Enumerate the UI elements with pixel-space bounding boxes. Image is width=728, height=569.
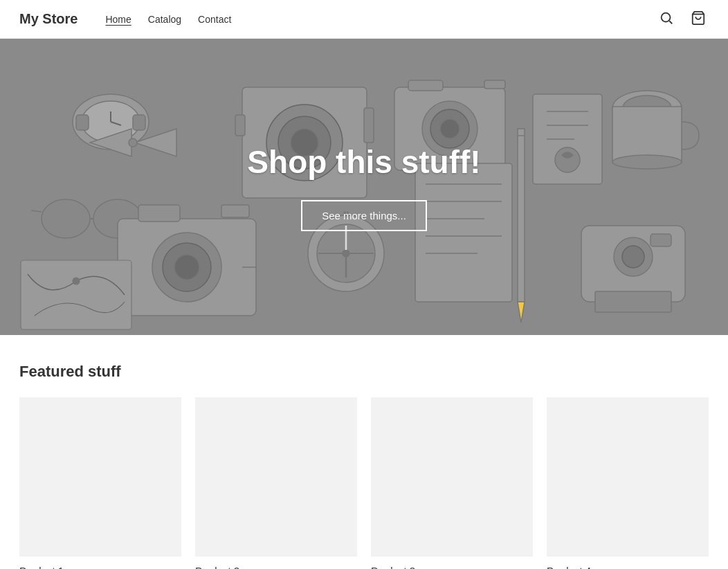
product-info-4: Product 4 Sold out $0.09 USD xyxy=(547,557,709,569)
product-image-3 xyxy=(371,397,533,557)
svg-point-47 xyxy=(343,250,349,257)
svg-rect-66 xyxy=(650,234,671,246)
search-button[interactable] xyxy=(656,8,677,30)
search-icon xyxy=(659,10,674,26)
nav-icon-group xyxy=(656,8,709,30)
svg-rect-63 xyxy=(595,291,671,312)
svg-point-30 xyxy=(612,155,682,169)
svg-rect-59 xyxy=(518,129,525,302)
svg-point-0 xyxy=(662,13,671,22)
svg-point-40 xyxy=(174,255,199,280)
product-info-2: Product 2 Sold out $2.99 USD xyxy=(195,557,357,569)
product-image-4 xyxy=(547,397,709,557)
svg-line-1 xyxy=(669,21,672,24)
product-card-4[interactable]: Product 4 Sold out $0.09 USD xyxy=(547,397,709,569)
product-info-1: Product 1 Sold out $0.99 USD xyxy=(19,557,181,569)
svg-rect-29 xyxy=(612,107,682,162)
product-image-1 xyxy=(19,397,181,557)
product-info-3: Product 3 Sold out $99.99 USD xyxy=(371,557,533,569)
svg-point-31 xyxy=(42,199,90,238)
product-card-2[interactable]: Product 2 Sold out $2.99 USD xyxy=(195,397,357,569)
hero-section: N xyxy=(0,39,728,335)
svg-point-36 xyxy=(129,138,137,147)
svg-rect-15 xyxy=(364,108,374,143)
cart-button[interactable] xyxy=(688,8,709,30)
product-card-1[interactable]: Product 1 Sold out $0.99 USD xyxy=(19,397,181,569)
featured-title: Featured stuff xyxy=(19,363,709,381)
hero-content: Shop this stuff! See more things... xyxy=(247,143,480,231)
svg-point-68 xyxy=(73,278,80,284)
hero-cta-button[interactable]: See more things... xyxy=(301,200,427,231)
cart-icon xyxy=(691,10,706,26)
nav-link-contact[interactable]: Contact xyxy=(198,14,231,25)
svg-rect-42 xyxy=(221,205,249,217)
featured-section: Featured stuff Product 1 Sold out $0.99 … xyxy=(0,335,728,569)
product-card-3[interactable]: Product 3 Sold out $99.99 USD xyxy=(371,397,533,569)
svg-rect-8 xyxy=(76,115,89,130)
nav-links: Home Catalog Contact xyxy=(105,13,231,26)
navbar: My Store Home Catalog Contact xyxy=(0,0,728,39)
products-grid: Product 1 Sold out $0.99 USD Product 2 S… xyxy=(19,397,709,569)
svg-rect-14 xyxy=(235,115,245,136)
svg-rect-67 xyxy=(21,260,131,329)
svg-rect-9 xyxy=(133,115,145,130)
svg-rect-20 xyxy=(408,80,443,91)
svg-point-26 xyxy=(555,147,580,172)
product-name-2: Product 2 xyxy=(195,565,357,569)
hero-title: Shop this stuff! xyxy=(247,143,480,181)
nav-link-home[interactable]: Home xyxy=(105,14,131,25)
product-name-1: Product 1 xyxy=(19,565,181,569)
store-logo[interactable]: My Store xyxy=(19,11,78,27)
svg-point-19 xyxy=(440,119,459,138)
product-name-3: Product 3 xyxy=(371,565,533,569)
product-image-2 xyxy=(195,397,357,557)
product-name-4: Product 4 xyxy=(547,565,709,569)
nav-link-catalog[interactable]: Catalog xyxy=(148,14,181,25)
svg-point-65 xyxy=(622,246,644,268)
svg-rect-41 xyxy=(138,205,180,222)
svg-rect-21 xyxy=(484,80,505,89)
